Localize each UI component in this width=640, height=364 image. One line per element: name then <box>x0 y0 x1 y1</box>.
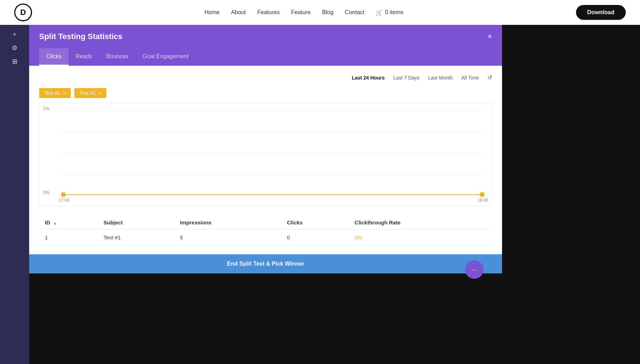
chat-bubble-icon: ··· <box>471 266 478 274</box>
tag-text2[interactable]: Text #2 × <box>74 88 106 98</box>
chart-x-right-label: 18:00 <box>478 198 488 203</box>
chart-grid-1 <box>61 132 485 132</box>
col-ctr[interactable]: Clickthrough Rate <box>349 216 492 229</box>
nav-about[interactable]: About <box>231 9 246 16</box>
nav-logo: D <box>14 4 32 21</box>
modal-close-button[interactable]: × <box>487 32 492 41</box>
chart-grid-top <box>61 110 485 111</box>
tag-text1-label: Text #1 <box>44 90 60 96</box>
end-split-test-button[interactable]: End Split Test & Pick Winner <box>36 261 496 267</box>
grid-icon[interactable]: ⊞ <box>12 58 17 65</box>
cell-ctr: 0% <box>349 229 492 246</box>
cart-items-label: 0 items <box>385 9 404 16</box>
tag-text1-close[interactable]: × <box>63 90 66 96</box>
chart-area: 1% 0% 17:00 18:00 <box>39 103 492 206</box>
tag-text2-label: Text #2 <box>79 90 95 96</box>
tag-text1[interactable]: Text #1 × <box>39 88 71 98</box>
tab-goal-engagement[interactable]: Goal Engagement <box>135 48 196 66</box>
modal-title: Split Testing Statistics <box>39 32 122 41</box>
col-clicks[interactable]: Clicks <box>281 216 349 229</box>
tab-clicks[interactable]: Clicks <box>39 48 69 66</box>
filter-all-time[interactable]: All Time <box>461 75 479 81</box>
modal-body: Last 24 Hours Last 7 Days Last Month All… <box>29 66 502 254</box>
col-id[interactable]: ID ▲ <box>39 216 98 229</box>
gear-icon[interactable]: ⚙ <box>12 44 17 52</box>
nav-bar: D Home About Features Feature Blog Conta… <box>0 0 640 25</box>
nav-right: Download <box>576 5 626 20</box>
cell-subject: Text #1 <box>98 229 174 246</box>
modal-footer: End Split Test & Pick Winner <box>29 254 502 273</box>
nav-contact[interactable]: Contact <box>345 9 364 16</box>
tab-bounces[interactable]: Bounces <box>99 48 135 66</box>
time-filters: Last 24 Hours Last 7 Days Last Month All… <box>39 74 492 81</box>
chat-bubble[interactable]: ··· <box>465 260 484 279</box>
chart-grid-3 <box>61 174 485 175</box>
modal-tabs: Clicks Reads Bounces Goal Engagement <box>29 48 502 66</box>
chart-dot-right <box>480 192 485 197</box>
cell-clicks: 0 <box>281 229 349 246</box>
chart-y-top-label: 1% <box>43 106 49 111</box>
chart-x-left-label: 17:00 <box>59 198 69 203</box>
table-row: 1 Text #1 5 0 0% <box>39 229 492 246</box>
nav-blog[interactable]: Blog <box>322 9 334 16</box>
download-button[interactable]: Download <box>576 5 626 20</box>
chart-dot-left <box>61 192 66 197</box>
nav-cart[interactable]: 🛒 0 items <box>376 9 404 16</box>
filter-reset-icon[interactable]: ↺ <box>487 74 492 81</box>
chart-y-bottom-label: 0% <box>43 190 49 195</box>
col-impressions[interactable]: Impressions <box>174 216 281 229</box>
filter-last-24h[interactable]: Last 24 Hours <box>352 75 385 81</box>
tab-reads[interactable]: Reads <box>69 48 99 66</box>
tags-row: Text #1 × Text #2 × <box>39 88 492 98</box>
cell-id: 1 <box>39 229 98 246</box>
logo-circle: D <box>14 4 32 21</box>
cell-impressions: 5 <box>174 229 281 246</box>
cart-icon: 🛒 <box>376 9 383 16</box>
nav-features[interactable]: Features <box>257 9 280 16</box>
chart-line <box>61 194 485 195</box>
left-sidebar: ＋ ⚙ ⊞ <box>0 25 29 364</box>
stats-table: ID ▲ Subject Impressions Clicks Clickthr… <box>39 216 492 246</box>
tag-text2-close[interactable]: × <box>98 90 101 96</box>
col-subject[interactable]: Subject <box>98 216 174 229</box>
chart-grid-2 <box>61 153 485 153</box>
add-icon[interactable]: ＋ <box>11 30 18 38</box>
modal-header: Split Testing Statistics × <box>29 25 502 48</box>
filter-last-month[interactable]: Last Month <box>428 75 453 81</box>
nav-links: Home About Features Feature Blog Contact… <box>204 9 404 16</box>
table-header-row: ID ▲ Subject Impressions Clicks Clickthr… <box>39 216 492 229</box>
nav-feature[interactable]: Feature <box>291 9 311 16</box>
sort-icon-id: ▲ <box>53 221 57 225</box>
filter-last-7-days[interactable]: Last 7 Days <box>393 75 420 81</box>
modal-panel: Split Testing Statistics × Clicks Reads … <box>29 25 502 273</box>
nav-home[interactable]: Home <box>204 9 220 16</box>
logo-letter: D <box>20 8 26 17</box>
